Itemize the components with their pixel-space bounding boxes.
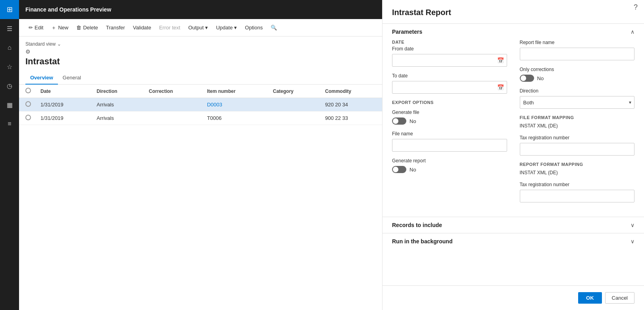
tab-general[interactable]: General — [58, 71, 86, 85]
file-tax-reg-group: Tax registration number — [520, 135, 635, 156]
validate-button[interactable]: Validate — [130, 22, 154, 33]
page-title: Intrastat — [25, 56, 376, 67]
right-panel: Intrastat Report Parameters ∧ DATE From … — [382, 0, 644, 310]
waffle-menu[interactable]: ⊞ — [0, 0, 19, 19]
row-radio[interactable] — [25, 101, 31, 107]
file-format-mapping-label: FILE FORMAT MAPPING — [520, 115, 635, 120]
only-corrections-group: Only corrections No — [520, 67, 635, 82]
report-tax-reg-label: Tax registration number — [520, 182, 635, 187]
from-date-input[interactable] — [392, 54, 507, 67]
generate-report-toggle-label: No — [409, 167, 416, 173]
report-format-mapping-value-group: INSTAT XML (DE) — [520, 170, 635, 175]
report-file-name-group: Report file name — [520, 40, 635, 60]
view-chevron-icon: ⌄ — [57, 41, 61, 47]
generate-file-toggle-wrap: No — [392, 117, 507, 125]
file-name-label: File name — [392, 131, 507, 137]
records-to-include-section: Records to include ∨ — [383, 217, 644, 233]
main-area: Finance and Operations Preview ✏ Edit ＋ … — [19, 0, 382, 310]
params-left-col: DATE From date 📅 To date 📅 — [392, 40, 507, 209]
intrastat-table: Date Direction Correction Item number Ca… — [19, 85, 382, 125]
table-row[interactable]: 1/31/2019 Arrivals T0006 900 22 33 — [19, 112, 382, 125]
list-icon: ≡ — [8, 120, 11, 127]
params-right-col: Report file name Only corrections No Dir… — [520, 40, 635, 209]
edit-button[interactable]: ✏ Edit — [25, 22, 46, 33]
app-title: Finance and Operations Preview — [25, 6, 111, 13]
report-format-mapping-label: REPORT FORMAT MAPPING — [520, 162, 635, 167]
parameters-section-header[interactable]: Parameters ∧ — [383, 24, 644, 40]
search-button[interactable]: 🔍 — [267, 22, 280, 33]
report-tax-reg-group: Tax registration number — [520, 182, 635, 202]
generate-report-group: Generate report No — [392, 158, 507, 173]
report-tax-reg-input[interactable] — [520, 190, 635, 202]
content-area: ✏ Edit ＋ New 🗑 Delete Transfer Validate … — [19, 19, 382, 310]
records-to-include-header[interactable]: Records to include ∨ — [383, 217, 644, 233]
export-options-label: EXPORT OPTIONS — [392, 100, 507, 105]
direction-label: Direction — [520, 88, 635, 94]
help-icon[interactable]: ? — [634, 3, 638, 12]
tab-overview[interactable]: Overview — [25, 71, 58, 85]
to-date-input[interactable] — [392, 81, 507, 94]
generate-report-toggle-wrap: No — [392, 166, 507, 173]
records-to-include-chevron-icon: ∨ — [631, 222, 634, 228]
error-text-button[interactable]: Error text — [156, 22, 183, 33]
new-button[interactable]: ＋ New — [48, 22, 71, 34]
output-button[interactable]: Output ▾ — [185, 22, 211, 33]
col-item-number: Item number — [202, 85, 268, 98]
file-format-mapping-value-group: INSTAT XML (DE) — [520, 123, 635, 129]
to-date-wrap: 📅 — [392, 81, 507, 94]
cell-correction — [144, 98, 202, 112]
select-all-radio[interactable] — [25, 88, 31, 93]
ok-button[interactable]: OK — [578, 292, 602, 304]
sidebar-item-home[interactable]: ⌂ — [0, 38, 19, 57]
file-tax-reg-input[interactable] — [520, 143, 635, 156]
parameters-collapse-icon: ∧ — [631, 29, 634, 35]
row-radio[interactable] — [25, 115, 31, 120]
table-row[interactable]: 1/31/2019 Arrivals D0003 920 20 34 — [19, 98, 382, 112]
report-file-name-input[interactable] — [520, 48, 635, 60]
from-date-label: From date — [392, 46, 507, 52]
transfer-button[interactable]: Transfer — [103, 22, 128, 33]
to-date-group: To date 📅 — [392, 73, 507, 94]
table-container: Date Direction Correction Item number Ca… — [19, 85, 382, 310]
records-to-include-label: Records to include — [392, 222, 442, 228]
date-section-label: DATE — [392, 40, 507, 44]
sidebar-item-favorites[interactable]: ☆ — [0, 57, 19, 76]
filter-icon[interactable]: ⚙ — [25, 48, 31, 55]
toolbar: ✏ Edit ＋ New 🗑 Delete Transfer Validate … — [19, 19, 382, 37]
page-header: Standard view ⌄ — [19, 37, 382, 48]
calendar-icon-2[interactable]: 📅 — [497, 84, 504, 90]
cancel-button[interactable]: Cancel — [605, 292, 634, 304]
parameters-content: DATE From date 📅 To date 📅 — [383, 40, 644, 217]
col-category: Category — [268, 85, 321, 98]
from-date-wrap: 📅 — [392, 54, 507, 67]
col-date: Date — [36, 85, 92, 98]
sidebar-item-recent[interactable]: ◷ — [0, 76, 19, 95]
sidebar-item-menu[interactable]: ☰ — [0, 19, 19, 38]
sidebar-item-modules[interactable]: ≡ — [0, 114, 19, 133]
update-button[interactable]: Update ▾ — [213, 22, 240, 33]
sidebar-item-workspaces[interactable]: ▦ — [0, 95, 19, 114]
options-button[interactable]: Options — [242, 22, 266, 33]
only-corrections-toggle-label: No — [537, 75, 544, 81]
generate-report-toggle[interactable] — [392, 166, 406, 173]
cell-category — [268, 112, 321, 125]
report-format-mapping-value: INSTAT XML (DE) — [520, 170, 635, 175]
delete-button[interactable]: 🗑 Delete — [73, 22, 101, 33]
topbar: Finance and Operations Preview — [19, 0, 382, 19]
search-icon: 🔍 — [271, 25, 277, 31]
direction-select-wrap: Both Arrivals Dispatches ▾ — [520, 96, 635, 109]
generate-file-toggle[interactable] — [392, 117, 406, 125]
direction-select[interactable]: Both Arrivals Dispatches — [520, 96, 635, 109]
clock-icon: ◷ — [7, 82, 12, 90]
generate-report-label: Generate report — [392, 158, 507, 164]
only-corrections-toggle[interactable] — [520, 75, 534, 82]
output-chevron-icon: ▾ — [205, 25, 208, 31]
col-correction: Correction — [144, 85, 202, 98]
panel-title: Intrastat Report — [383, 0, 644, 23]
cell-date: 1/31/2019 — [36, 98, 92, 112]
file-name-input[interactable] — [392, 139, 507, 152]
calendar-icon[interactable]: 📅 — [497, 57, 504, 64]
view-selector[interactable]: Standard view ⌄ — [25, 41, 376, 47]
run-in-background-header[interactable]: Run in the background ∨ — [383, 233, 644, 249]
cell-item-number[interactable]: D0003 — [202, 98, 268, 112]
